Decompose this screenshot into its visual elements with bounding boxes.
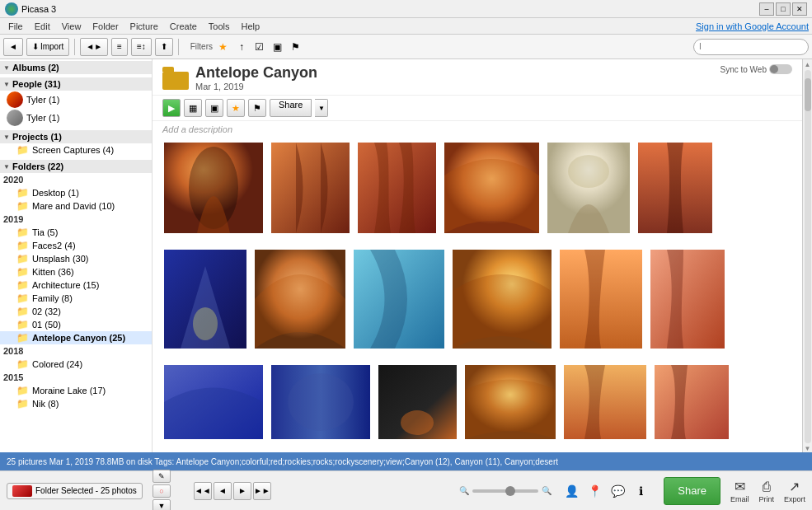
photo-thumb-16[interactable]: [463, 363, 557, 449]
nav-next-button[interactable]: ►: [233, 482, 251, 500]
maximize-button[interactable]: □: [776, 2, 791, 16]
zoom-slider[interactable]: [472, 489, 538, 493]
flag-filter[interactable]: ⚑: [289, 40, 303, 54]
email-action[interactable]: ✉ Email: [730, 479, 749, 503]
photo-thumb-9[interactable]: [352, 248, 446, 358]
photo-thumb-3[interactable]: [356, 141, 438, 243]
nav-first-button[interactable]: ◄◄: [194, 482, 212, 500]
menu-help[interactable]: Help: [237, 21, 265, 32]
share-button[interactable]: Share: [270, 99, 312, 117]
nav-last-button[interactable]: ►►: [253, 482, 271, 500]
menu-folder[interactable]: Folder: [87, 21, 123, 32]
photo-thumb-18[interactable]: [653, 363, 730, 449]
print-action[interactable]: ⎙ Print: [758, 480, 774, 503]
more-tools-button[interactable]: ▼: [153, 499, 171, 511]
photo-thumb-4[interactable]: [443, 141, 541, 243]
flag-button[interactable]: ⚑: [248, 99, 266, 117]
play-button[interactable]: ▶: [162, 99, 181, 117]
scroll-up-arrow[interactable]: ▲: [805, 61, 811, 68]
sidebar-item-colored[interactable]: 📁 Colored (24): [0, 358, 152, 371]
list-view-button[interactable]: ≡: [111, 38, 128, 56]
zoom-in-icon: 🔍: [542, 486, 552, 495]
sidebar-item-tia[interactable]: 📁 Tia (5): [0, 226, 152, 239]
sort-button[interactable]: ≡↕: [131, 38, 152, 56]
close-button[interactable]: ✕: [792, 2, 807, 16]
folders-header[interactable]: ▼ Folders (22): [0, 160, 152, 173]
sidebar-item-family[interactable]: 📁 Family (8): [0, 292, 152, 305]
photo-thumb-6[interactable]: [636, 141, 714, 243]
photo-10: [453, 250, 552, 349]
minimize-button[interactable]: –: [759, 2, 774, 16]
movie-filter[interactable]: ▣: [270, 40, 285, 54]
photo-thumb-2[interactable]: [270, 141, 351, 243]
menu-tools[interactable]: Tools: [204, 21, 235, 32]
menu-file[interactable]: File: [3, 21, 28, 32]
sidebar-item-unsplash[interactable]: 📁 Unsplash (30): [0, 252, 152, 265]
back-button[interactable]: ◄: [3, 38, 23, 56]
chat-icon-button[interactable]: 💬: [608, 481, 627, 501]
sidebar-item-02[interactable]: 📁 02 (32): [0, 305, 152, 318]
albums-header[interactable]: ▼ Albums (2): [0, 61, 152, 74]
sync-toggle[interactable]: [769, 64, 792, 74]
sidebar-item-nik[interactable]: 📁 Nik (8): [0, 397, 152, 410]
sidebar-item-tyler2[interactable]: Tyler (1): [0, 109, 152, 127]
photo-thumb-8[interactable]: [253, 248, 347, 358]
toolbar: ◄ ⬇ Import ◄► ≡ ≡↕ ⬆ Filters ★ ↑ ☑ ▣ ⚑: [0, 35, 812, 59]
zoom-out-icon: 🔍: [459, 486, 469, 495]
sidebar-item-architecture[interactable]: 📁 Architecture (15): [0, 278, 152, 292]
check-filter[interactable]: ☑: [252, 40, 267, 54]
photo-thumb-10[interactable]: [451, 248, 553, 358]
circle-tool-button[interactable]: ○: [153, 484, 171, 498]
import-button[interactable]: ⬇ Import: [26, 38, 69, 56]
projects-header[interactable]: ▼ Projects (1): [0, 130, 152, 143]
photo-thumb-15[interactable]: [377, 363, 458, 449]
sidebar-item-tyler1[interactable]: Tyler (1): [0, 91, 152, 109]
upload-filter[interactable]: ↑: [234, 40, 249, 54]
share-dropdown[interactable]: ▼: [315, 99, 328, 117]
nav-prev-button[interactable]: ◄: [214, 482, 232, 500]
people-icon-button[interactable]: 👤: [561, 481, 581, 501]
sidebar-item-01[interactable]: 📁 01 (50): [0, 318, 152, 331]
star-filter[interactable]: ★: [216, 40, 231, 54]
sidebar-item-screen-captures[interactable]: 📁 Screen Captures (4): [0, 143, 152, 157]
sidebar-item-mare-david[interactable]: 📁 Mare and David (10): [0, 199, 152, 213]
photo-thumb-7[interactable]: [162, 248, 248, 358]
menu-edit[interactable]: Edit: [30, 21, 55, 32]
sidebar-item-antelope[interactable]: 📁 Antelope Canyon (25): [0, 331, 152, 344]
movie-button[interactable]: ▣: [205, 99, 223, 117]
view-toggle-button[interactable]: ◄►: [80, 38, 108, 56]
star-button[interactable]: ★: [227, 99, 245, 117]
share-green-button[interactable]: Share: [664, 477, 720, 505]
zoom-thumb[interactable]: [505, 486, 515, 496]
sidebar-item-faces2[interactable]: 📁 Faces2 (4): [0, 239, 152, 252]
scrollbar-right[interactable]: ▲ ▼: [802, 59, 812, 452]
photo-thumb-17[interactable]: [562, 363, 648, 449]
photo-thumb-14[interactable]: [270, 363, 372, 449]
photo-thumb-13[interactable]: [162, 363, 265, 449]
collage-button[interactable]: ▦: [184, 99, 202, 117]
upload-button[interactable]: ⬆: [155, 38, 173, 56]
export-action[interactable]: ↗ Export: [784, 479, 805, 503]
menu-view[interactable]: View: [57, 21, 87, 32]
sign-in-link[interactable]: Sign in with Google Account: [696, 21, 809, 31]
window-controls: – □ ✕: [759, 2, 807, 16]
photo-thumb-5[interactable]: [546, 141, 631, 243]
photo-thumb-12[interactable]: [649, 248, 726, 358]
sidebar-item-kitten[interactable]: 📁 Kitten (36): [0, 265, 152, 278]
location-icon-button[interactable]: 📍: [584, 481, 604, 501]
info-icon-button[interactable]: ℹ: [631, 481, 650, 501]
scroll-down-arrow[interactable]: ▼: [805, 445, 811, 452]
scroll-thumb[interactable]: [805, 78, 811, 111]
photo-thumb-11[interactable]: [558, 248, 644, 358]
menu-picture[interactable]: Picture: [125, 21, 163, 32]
sidebar-item-moraine[interactable]: 📁 Moraine Lake (17): [0, 384, 152, 397]
edit-pencil-button[interactable]: ✎: [153, 470, 171, 483]
people-header[interactable]: ▼ People (31): [0, 77, 152, 91]
search-input[interactable]: [693, 39, 809, 55]
sidebar-item-desktop[interactable]: 📁 Desktop (1): [0, 186, 152, 199]
photo-thumb-1[interactable]: [162, 141, 265, 243]
photo-14: [271, 365, 370, 439]
description-field[interactable]: Add a description: [153, 121, 802, 138]
menu-create[interactable]: Create: [165, 21, 202, 32]
folder-icon-kitten: 📁: [16, 266, 29, 278]
